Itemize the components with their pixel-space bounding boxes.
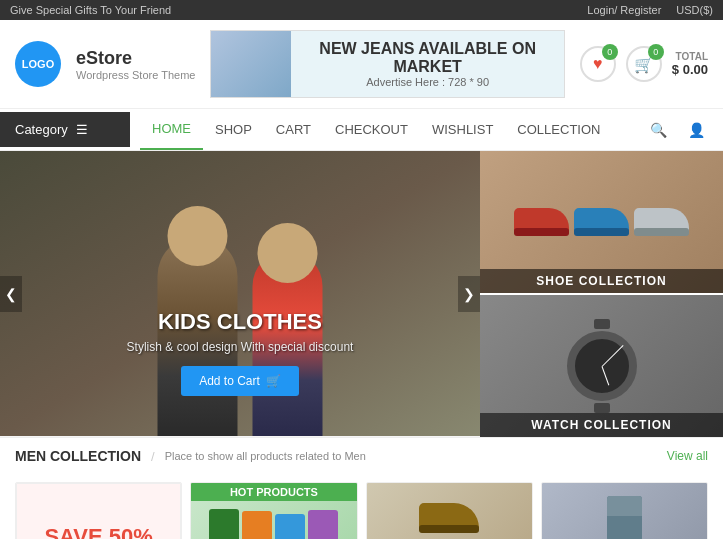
nav-cart[interactable]: CART (264, 110, 323, 149)
total-label: TOTAL (672, 51, 708, 62)
user-button[interactable]: 👤 (680, 114, 713, 146)
banner-title: NEW JEANS AVAILABLE ON MARKET (291, 40, 563, 76)
main-content: KIDS CLOTHES Stylish & cool design With … (0, 151, 723, 437)
pants-product-image (542, 483, 707, 539)
nav-checkout[interactable]: CHECKOUT (323, 110, 420, 149)
menu-icon: ☰ (76, 122, 88, 137)
product-card-save: SAVE 50% OFF (15, 482, 182, 539)
search-button[interactable]: 🔍 (642, 114, 675, 146)
men-collection-header: MEN COLLECTION / Place to show all produ… (0, 437, 723, 474)
cart-total: TOTAL $ 0.00 (672, 51, 708, 77)
hot-product-image (191, 501, 356, 539)
section-title-group: MEN COLLECTION / Place to show all produ… (15, 448, 366, 464)
product-card-pants: PAIR: T-SHIRT, PANTS Price: $ 80.00 $ 40… (541, 482, 708, 539)
slider-overlay: KIDS CLOTHES Stylish & cool design With … (0, 309, 480, 396)
shoe-product-image (367, 483, 532, 539)
header-actions: ♥ 0 🛒 0 TOTAL $ 0.00 (580, 46, 708, 82)
product-card-shoes: SHOE FOR MEN Price: $ 50.00 🛒 ♥ ↔ (366, 482, 533, 539)
hot-products-badge: HOT PRODUCTS (191, 483, 356, 501)
save-text: SAVE 50% OFF (27, 524, 170, 539)
cart-button[interactable]: 🛒 0 (626, 46, 662, 82)
watch-collection-item[interactable]: WATCH COLLECTION (480, 295, 723, 437)
watch-collection-label: WATCH COLLECTION (480, 413, 723, 437)
product-card-hot: HOT PRODUCTS 🛒 ♥ ↔ (190, 482, 357, 539)
products-row: SAVE 50% OFF HOT PRODUCTS 🛒 ♥ ↔ (0, 474, 723, 539)
slider-prev-button[interactable]: ❮ (0, 276, 22, 312)
header: LOGO eStore Wordpress Store Theme NEW JE… (0, 20, 723, 108)
slider-subtitle: Stylish & cool design With special disco… (0, 340, 480, 354)
top-bar: Give Special Gifts To Your Friend Login/… (0, 0, 723, 20)
logo[interactable]: LOGO (15, 41, 61, 87)
hero-slider: KIDS CLOTHES Stylish & cool design With … (0, 151, 480, 436)
nav-links: HOME SHOP CART CHECKOUT WISHLIST COLLECT… (130, 109, 642, 150)
banner-subtitle: Advertise Here : 728 * 90 (291, 76, 563, 88)
banner-image (211, 31, 291, 97)
section-title: MEN COLLECTION (15, 448, 141, 464)
nav-collection[interactable]: COLLECTION (505, 110, 612, 149)
banner: NEW JEANS AVAILABLE ON MARKET Advertise … (210, 30, 564, 98)
view-all-link[interactable]: View all (667, 449, 708, 463)
nav-shop[interactable]: SHOP (203, 110, 264, 149)
store-name: eStore (76, 48, 195, 69)
slider-next-button[interactable]: ❯ (458, 276, 480, 312)
nav-wishlist[interactable]: WISHLIST (420, 110, 505, 149)
currency-selector[interactable]: USD($) (676, 4, 713, 16)
nav-right: 🔍 👤 (642, 114, 723, 146)
wishlist-badge: 0 (602, 44, 618, 60)
category-button[interactable]: Category ☰ (0, 112, 130, 147)
shoe-collection-label: SHOE COLLECTION (480, 269, 723, 293)
cart-btn-icon: 🛒 (266, 374, 281, 388)
heart-icon: ♥ (593, 55, 603, 73)
category-label: Category (15, 122, 68, 137)
nav-home[interactable]: HOME (140, 109, 203, 150)
wishlist-button[interactable]: ♥ 0 (580, 46, 616, 82)
store-tagline: Wordpress Store Theme (76, 69, 195, 81)
shoe-collection-item[interactable]: SHOE COLLECTION (480, 151, 723, 295)
section-divider: / (151, 449, 155, 464)
total-amount: $ 0.00 (672, 62, 708, 77)
cart-badge: 0 (648, 44, 664, 60)
section-subtitle: Place to show all products related to Me… (165, 450, 366, 462)
add-to-cart-button[interactable]: Add to Cart 🛒 (181, 366, 299, 396)
save-banner: SAVE 50% OFF (16, 483, 181, 539)
nav-bar: Category ☰ HOME SHOP CART CHECKOUT WISHL… (0, 108, 723, 151)
gift-text: Give Special Gifts To Your Friend (10, 4, 171, 16)
login-link[interactable]: Login/ Register (587, 4, 661, 16)
slider-title: KIDS CLOTHES (0, 309, 480, 335)
add-to-cart-label: Add to Cart (199, 374, 260, 388)
store-info: eStore Wordpress Store Theme (76, 48, 195, 81)
side-collections: SHOE COLLECTION WATCH COLLECTION (480, 151, 723, 437)
